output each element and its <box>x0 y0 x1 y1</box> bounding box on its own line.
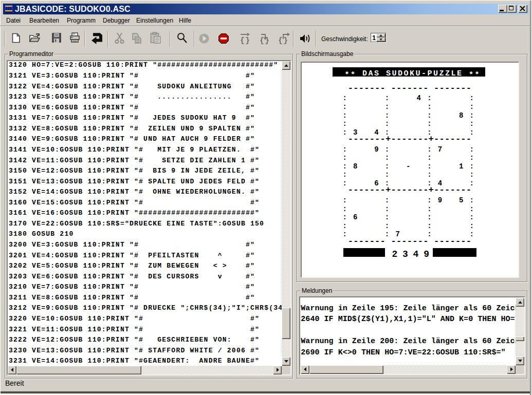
svg-text:{}: {} <box>240 36 250 45</box>
svg-text:{}: {} <box>278 36 288 45</box>
svg-text:{}: {} <box>260 36 270 45</box>
